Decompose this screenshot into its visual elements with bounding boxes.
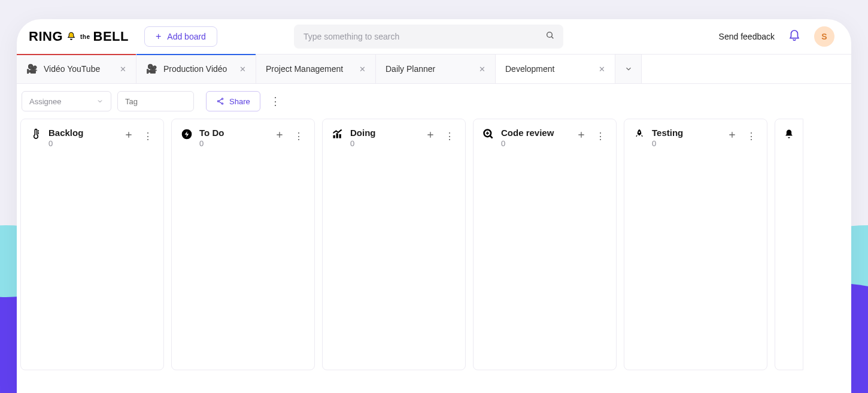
share-label: Share xyxy=(229,97,250,106)
share-icon xyxy=(216,97,224,105)
avatar[interactable]: S xyxy=(814,26,834,47)
column-count: 0 xyxy=(199,139,266,148)
svg-rect-16 xyxy=(336,133,338,138)
logo-text-the: the xyxy=(80,34,90,40)
tab-video-youtube[interactable]: 🎥 Vidéo YouTube ✕ xyxy=(17,55,136,83)
column-header: Code review 0 ⋮ xyxy=(482,128,608,148)
column-menu-button[interactable]: ⋮ xyxy=(593,128,608,144)
column-title: To Do xyxy=(199,128,266,138)
column-peek-next xyxy=(775,119,803,370)
tab-production-video[interactable]: 🎥 Production Vidéo ✕ xyxy=(136,55,256,83)
svg-rect-15 xyxy=(333,135,335,138)
assignee-select[interactable]: Assignee xyxy=(22,91,111,111)
svg-point-26 xyxy=(639,131,641,133)
logo-text-left: RING xyxy=(29,29,63,44)
column-title: Code review xyxy=(501,128,568,138)
add-card-button[interactable] xyxy=(574,128,588,144)
expand-tabs-button[interactable] xyxy=(615,55,642,83)
kanban-board: Backlog 0 ⋮ To Do 0 xyxy=(17,119,851,370)
svg-line-6 xyxy=(219,102,222,104)
tab-project-management[interactable]: Project Management ✕ xyxy=(256,55,376,83)
close-icon[interactable]: ✕ xyxy=(120,65,126,74)
tab-label: Vidéo YouTube xyxy=(44,64,100,74)
column-count: 0 xyxy=(48,139,116,148)
tabs-bar: 🎥 Vidéo YouTube ✕ 🎥 Production Vidéo ✕ P… xyxy=(17,54,851,84)
svg-point-3 xyxy=(217,101,218,102)
column-doing: Doing 0 ⋮ xyxy=(322,119,466,370)
plus-icon: + xyxy=(156,32,161,41)
svg-point-2 xyxy=(221,98,223,99)
logo[interactable]: RING the BELL xyxy=(24,29,133,44)
rocket-icon xyxy=(633,128,646,141)
column-menu-button[interactable]: ⋮ xyxy=(292,128,306,144)
column-menu-button[interactable]: ⋮ xyxy=(141,128,155,144)
column-header: Doing 0 ⋮ xyxy=(331,128,457,148)
thermometer-icon xyxy=(29,128,43,141)
column-header: Backlog 0 ⋮ xyxy=(29,128,155,148)
tab-development[interactable]: Development ✕ xyxy=(496,55,615,83)
add-board-label: Add board xyxy=(167,32,206,41)
column-testing: Testing 0 ⋮ xyxy=(624,119,767,370)
svg-point-0 xyxy=(547,32,553,38)
column-count: 0 xyxy=(652,139,719,148)
tab-label: Project Management xyxy=(266,64,343,74)
add-card-button[interactable] xyxy=(272,128,287,144)
svg-line-5 xyxy=(219,99,222,101)
add-board-button[interactable]: + Add board xyxy=(144,26,217,47)
more-icon[interactable]: ⋮ xyxy=(266,91,284,111)
svg-rect-17 xyxy=(339,134,341,138)
column-backlog: Backlog 0 ⋮ xyxy=(20,119,164,370)
notification-icon[interactable] xyxy=(788,29,801,44)
bell-icon xyxy=(782,128,796,141)
camera-icon: 🎥 xyxy=(26,64,38,74)
column-title: Doing xyxy=(350,128,417,138)
column-todo: To Do 0 ⋮ xyxy=(171,119,315,370)
close-icon[interactable]: ✕ xyxy=(239,65,246,74)
column-menu-button[interactable]: ⋮ xyxy=(442,128,457,144)
send-feedback-link[interactable]: Send feedback xyxy=(719,32,775,41)
chevron-down-icon xyxy=(96,98,104,105)
svg-point-4 xyxy=(221,103,223,104)
column-header: To Do 0 ⋮ xyxy=(180,128,306,148)
search-input[interactable] xyxy=(294,25,563,49)
filter-row: Assignee Share ⋮ xyxy=(17,84,851,119)
add-card-button[interactable] xyxy=(423,128,438,144)
search-wrapper xyxy=(294,25,563,49)
app-window: RING the BELL + Add board Send feedback … xyxy=(17,19,851,393)
close-icon[interactable]: ✕ xyxy=(479,65,485,74)
bolt-icon xyxy=(180,128,193,141)
tab-label: Development xyxy=(505,64,555,74)
add-card-button[interactable] xyxy=(725,128,739,144)
tab-label: Production Vidéo xyxy=(163,64,227,74)
column-title: Backlog xyxy=(48,128,116,138)
camera-icon: 🎥 xyxy=(146,64,157,74)
close-icon[interactable]: ✕ xyxy=(359,65,366,74)
search-icon xyxy=(545,31,555,43)
column-code-review: Code review 0 ⋮ xyxy=(473,119,617,370)
tab-daily-planner[interactable]: Daily Planner ✕ xyxy=(376,55,496,83)
share-button[interactable]: Share xyxy=(206,91,260,111)
tag-input[interactable] xyxy=(117,91,194,111)
chart-up-icon xyxy=(331,128,344,141)
magnify-icon xyxy=(482,128,495,141)
column-header: Testing 0 ⋮ xyxy=(633,128,758,148)
assignee-label: Assignee xyxy=(29,97,61,106)
column-menu-button[interactable]: ⋮ xyxy=(744,128,758,144)
column-count: 0 xyxy=(350,139,417,148)
logo-text-right: BELL xyxy=(93,29,129,44)
bell-icon xyxy=(65,31,77,43)
tab-label: Daily Planner xyxy=(386,64,435,74)
svg-line-21 xyxy=(490,136,493,138)
svg-line-1 xyxy=(551,37,553,38)
add-card-button[interactable] xyxy=(122,128,136,144)
app-header: RING the BELL + Add board Send feedback … xyxy=(17,19,851,54)
avatar-initial: S xyxy=(821,32,827,41)
close-icon[interactable]: ✕ xyxy=(599,65,605,74)
column-count: 0 xyxy=(501,139,568,148)
column-title: Testing xyxy=(652,128,719,138)
header-right: Send feedback S xyxy=(719,26,834,47)
